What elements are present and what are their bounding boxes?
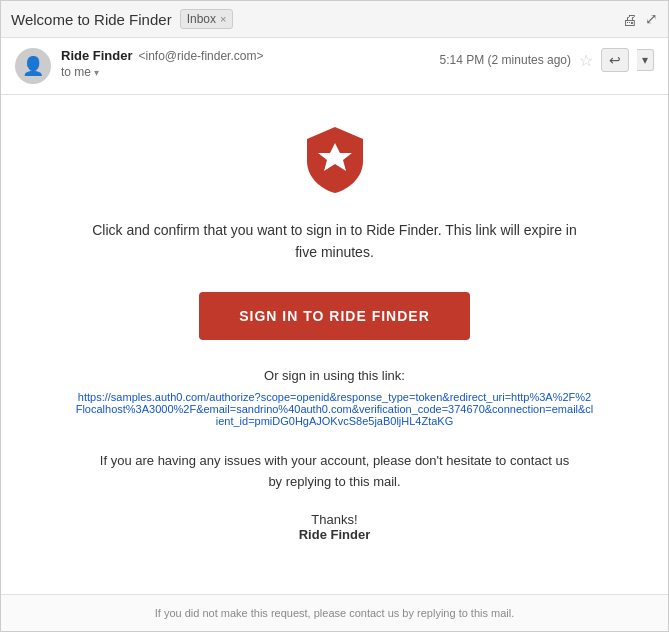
thanks-label: Thanks! [299,512,371,527]
recipient-dropdown-button[interactable]: ▾ [94,67,99,78]
confirm-text: Click and confirm that you want to sign … [85,219,585,264]
email-header: 👤 Ride Finder <info@ride-finder.com> to … [1,38,668,95]
footer-text: If you did not make this request, please… [21,607,648,619]
avatar: 👤 [15,48,51,84]
brand-name: Ride Finder [299,527,371,542]
more-actions-button[interactable]: ▾ [637,49,654,71]
popout-button[interactable]: ⤢ [645,10,658,28]
title-left: Welcome to Ride Finder Inbox × [11,9,233,29]
brand-logo [305,125,365,199]
star-icon[interactable]: ☆ [579,51,593,70]
inbox-label: Inbox [187,12,216,26]
email-body: Click and confirm that you want to sign … [1,95,668,594]
recipient-line: to me ▾ [61,65,440,79]
email-footer: If you did not make this request, please… [1,594,668,631]
print-button[interactable]: 🖨 [622,11,637,28]
title-bar: Welcome to Ride Finder Inbox × 🖨 ⤢ [1,1,668,38]
issues-text: If you are having any issues with your a… [95,451,575,493]
reply-icon: ↩ [609,52,621,68]
inbox-tag: Inbox × [180,9,234,29]
reply-button[interactable]: ↩ [601,48,629,72]
sender-line: Ride Finder <info@ride-finder.com> [61,48,440,63]
email-window: Welcome to Ride Finder Inbox × 🖨 ⤢ 👤 Rid… [0,0,669,632]
auth-link[interactable]: https://samples.auth0.com/authorize?scop… [75,391,595,427]
popout-icon: ⤢ [645,10,658,27]
shield-icon [305,125,365,195]
recipient-label: to me [61,65,91,79]
thanks-block: Thanks! Ride Finder [299,512,371,542]
email-subject-title: Welcome to Ride Finder [11,11,172,28]
chevron-down-icon: ▾ [642,53,648,67]
or-link-label: Or sign in using this link: [264,368,405,383]
avatar-person-icon: 👤 [22,55,44,77]
title-icons: 🖨 ⤢ [622,10,658,28]
close-tab-button[interactable]: × [220,13,226,25]
print-icon: 🖨 [622,11,637,28]
timestamp: 5:14 PM (2 minutes ago) [440,53,571,67]
sender-name: Ride Finder [61,48,133,63]
email-actions: 5:14 PM (2 minutes ago) ☆ ↩ ▾ [440,48,654,72]
sign-in-button[interactable]: SIGN IN TO RIDE FINDER [199,292,470,340]
email-meta: Ride Finder <info@ride-finder.com> to me… [61,48,440,79]
sender-email: <info@ride-finder.com> [139,49,264,63]
